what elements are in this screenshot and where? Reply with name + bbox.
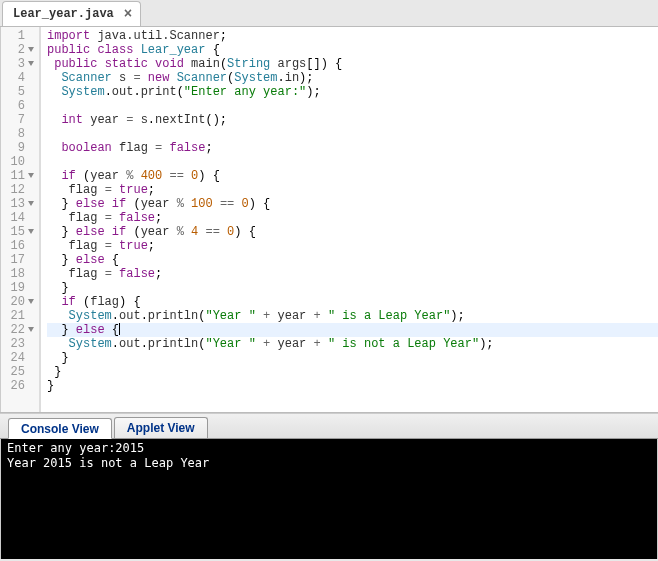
code-line[interactable]: flag = true; <box>47 183 658 197</box>
code-line[interactable]: } else if (year % 100 == 0) { <box>47 197 658 211</box>
console-tab-bar: Console View Applet View <box>0 413 658 439</box>
code-line[interactable]: } <box>47 351 658 365</box>
line-gutter: 1234567891011121314151617181920212223242… <box>0 27 40 412</box>
editor-tab-bar: Lear_year.java × <box>0 0 658 27</box>
code-line[interactable]: } else { <box>47 253 658 267</box>
code-line[interactable]: boolean flag = false; <box>47 141 658 155</box>
line-number: 5 <box>1 85 35 99</box>
code-editor[interactable]: 1234567891011121314151617181920212223242… <box>0 27 658 413</box>
code-line[interactable]: } <box>47 379 658 393</box>
code-line[interactable]: public class Lear_year { <box>47 43 658 57</box>
line-number: 12 <box>1 183 35 197</box>
line-number: 17 <box>1 253 35 267</box>
line-number: 20 <box>1 295 35 309</box>
line-number: 16 <box>1 239 35 253</box>
line-number: 15 <box>1 225 35 239</box>
code-line[interactable]: if (flag) { <box>47 295 658 309</box>
line-number: 22 <box>1 323 35 337</box>
close-icon[interactable]: × <box>124 6 132 22</box>
line-number: 4 <box>1 71 35 85</box>
line-number: 24 <box>1 351 35 365</box>
line-number: 19 <box>1 281 35 295</box>
line-number: 6 <box>1 99 35 113</box>
code-line[interactable]: Scanner s = new Scanner(System.in); <box>47 71 658 85</box>
code-line[interactable]: System.out.println("Year " + year + " is… <box>47 309 658 323</box>
line-number: 25 <box>1 365 35 379</box>
line-number: 18 <box>1 267 35 281</box>
console-output: Enter any year:2015 Year 2015 is not a L… <box>0 439 658 559</box>
code-line[interactable]: flag = false; <box>47 267 658 281</box>
line-number: 21 <box>1 309 35 323</box>
line-number: 13 <box>1 197 35 211</box>
code-line[interactable]: import java.util.Scanner; <box>47 29 658 43</box>
file-tab-title: Lear_year.java <box>13 7 114 21</box>
line-number: 23 <box>1 337 35 351</box>
tab-console-view[interactable]: Console View <box>8 418 112 439</box>
line-number: 3 <box>1 57 35 71</box>
code-line[interactable]: flag = true; <box>47 239 658 253</box>
line-number: 14 <box>1 211 35 225</box>
code-line[interactable]: System.out.println("Year " + year + " is… <box>47 337 658 351</box>
line-number: 26 <box>1 379 35 393</box>
code-line[interactable] <box>47 127 658 141</box>
line-number: 11 <box>1 169 35 183</box>
code-line[interactable] <box>47 155 658 169</box>
code-line[interactable]: } else if (year % 4 == 0) { <box>47 225 658 239</box>
line-number: 1 <box>1 29 35 43</box>
line-number: 8 <box>1 127 35 141</box>
code-line[interactable]: } else { <box>47 323 658 337</box>
code-line[interactable]: } <box>47 281 658 295</box>
code-line[interactable]: System.out.print("Enter any year:"); <box>47 85 658 99</box>
tab-applet-view[interactable]: Applet View <box>114 417 208 438</box>
code-line[interactable]: public static void main(String args[]) { <box>47 57 658 71</box>
code-line[interactable]: int year = s.nextInt(); <box>47 113 658 127</box>
code-content[interactable]: import java.util.Scanner;public class Le… <box>40 27 658 412</box>
line-number: 2 <box>1 43 35 57</box>
line-number: 9 <box>1 141 35 155</box>
line-number: 7 <box>1 113 35 127</box>
code-line[interactable]: flag = false; <box>47 211 658 225</box>
line-number: 10 <box>1 155 35 169</box>
code-line[interactable] <box>47 99 658 113</box>
code-line[interactable]: } <box>47 365 658 379</box>
code-line[interactable]: if (year % 400 == 0) { <box>47 169 658 183</box>
file-tab[interactable]: Lear_year.java × <box>2 1 141 26</box>
